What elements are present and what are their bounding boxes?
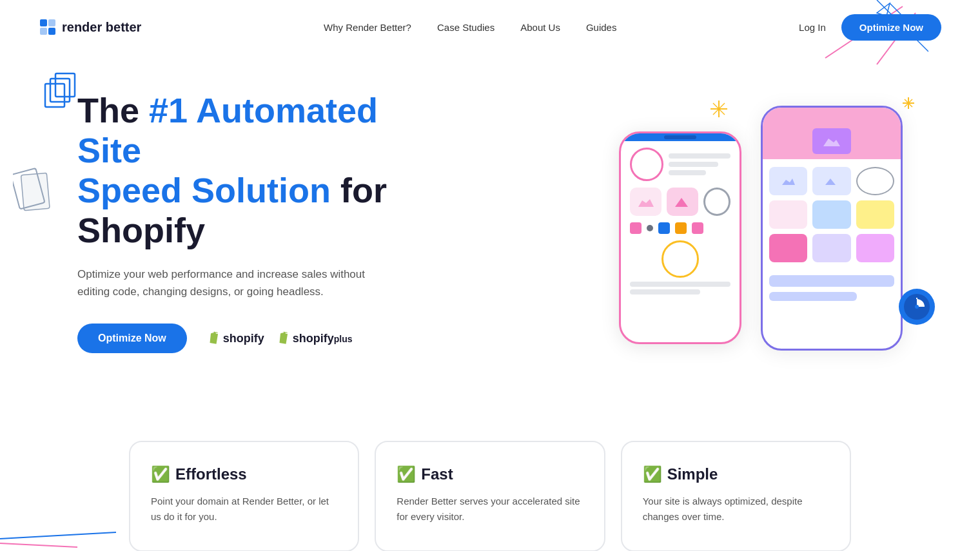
- nav-why[interactable]: Why Render Better?: [324, 22, 411, 33]
- svg-rect-3: [48, 28, 55, 35]
- feature-card-effortless: ✅ Effortless Point your domain at Render…: [129, 441, 359, 551]
- feature-fast-icon: ✅: [397, 465, 416, 483]
- grid-cell-9: [856, 234, 894, 262]
- hero-illustration: [619, 93, 941, 351]
- features-grid: ✅ Effortless Point your domain at Render…: [52, 415, 928, 551]
- feature-simple-icon: ✅: [643, 465, 662, 483]
- feature-simple-desc: Your site is always optimized, despite c…: [643, 494, 829, 525]
- phone-front: [619, 131, 741, 344]
- logo[interactable]: render better: [39, 18, 141, 36]
- svg-line-22: [905, 99, 912, 107]
- nav-cta-button[interactable]: Optimize Now: [841, 14, 941, 41]
- pf-circle: [630, 148, 663, 181]
- hero-text: The #1 Automated SiteSpeed Solution forS…: [77, 90, 451, 354]
- feature-effortless-icon: ✅: [151, 465, 170, 483]
- grid-cell-6: [856, 200, 894, 229]
- grid-cell-8: [812, 234, 850, 262]
- phone-header-image: [812, 128, 851, 154]
- grid-cell-1: [769, 167, 807, 195]
- shopify-plus-logo: shopifyplus: [275, 329, 353, 347]
- hero-cta-button[interactable]: Optimize Now: [77, 324, 187, 353]
- phone-front-body: [621, 141, 740, 240]
- nav-case-studies[interactable]: Case Studies: [437, 22, 495, 33]
- grid-cell-2: [812, 167, 850, 195]
- features-section: ✅ Effortless Point your domain at Render…: [0, 402, 980, 551]
- timer-badge: [899, 289, 935, 325]
- pf-row-2: [630, 188, 730, 216]
- svg-rect-0: [40, 19, 47, 26]
- phone-front-header: [621, 133, 740, 141]
- pf-sm-sq4: [692, 222, 703, 234]
- pf-circle-sq: [703, 188, 730, 216]
- logo-icon: [39, 18, 57, 36]
- pf-bar-1: [630, 282, 730, 287]
- nav-links: Why Render Better? Case Studies About Us…: [324, 22, 616, 33]
- shopify-logo: shopify: [205, 329, 264, 347]
- grid-cell-5: [812, 200, 850, 229]
- feature-fast-desc: Render Better serves your accelerated si…: [397, 494, 583, 525]
- pf-big-circle: [662, 240, 699, 278]
- hero-title: The #1 Automated SiteSpeed Solution forS…: [77, 90, 451, 250]
- brand-name: render better: [62, 20, 141, 35]
- phone-back-body: [763, 159, 901, 270]
- pf-sm-sq1: [630, 222, 642, 234]
- login-link[interactable]: Log In: [799, 22, 826, 33]
- shopify-logos: shopify shopifyplus: [205, 329, 353, 347]
- pf-dot: [647, 225, 653, 231]
- svg-line-18: [713, 103, 725, 115]
- svg-line-21: [905, 99, 912, 107]
- phone-back: [761, 106, 903, 351]
- pf-bar-2: [630, 289, 700, 295]
- phone-speaker: [664, 135, 696, 139]
- phone-back-header: [763, 108, 901, 159]
- grid-cell-4: [769, 200, 807, 229]
- pf-pink2-sq: [667, 188, 698, 216]
- pf-line-3: [669, 170, 706, 175]
- nav-guides[interactable]: Guides: [586, 22, 617, 33]
- hero-section: The #1 Automated SiteSpeed Solution forS…: [0, 54, 980, 402]
- nav-right: Log In Optimize Now: [799, 14, 941, 41]
- grid-cell-3: [856, 167, 894, 195]
- svg-rect-27: [915, 295, 919, 298]
- svg-rect-2: [40, 28, 47, 35]
- hero-description: Optimize your web performance and increa…: [77, 266, 387, 300]
- mountain-icon: [822, 135, 841, 148]
- grid-cell-7: [769, 234, 807, 262]
- svg-line-17: [713, 103, 725, 115]
- feature-card-simple: ✅ Simple Your site is always optimized, …: [621, 441, 851, 551]
- pf-row-3: [630, 222, 730, 234]
- feature-effortless-title: ✅ Effortless: [151, 465, 337, 483]
- nav-about[interactable]: About Us: [520, 22, 560, 33]
- navbar: render better Why Render Better? Case St…: [0, 0, 980, 54]
- sparkle-1: [709, 99, 729, 121]
- timer-icon: [903, 293, 931, 321]
- svg-rect-1: [48, 19, 55, 26]
- pf-line-2: [669, 162, 718, 167]
- pf-pink-sq: [630, 188, 662, 216]
- sparkle-2: [901, 96, 916, 113]
- pf-line-1: [669, 153, 730, 159]
- pf-lines: [669, 153, 730, 175]
- footer-block-2: [769, 292, 857, 301]
- feature-effortless-desc: Point your domain at Render Better, or l…: [151, 494, 337, 525]
- pf-row-1: [630, 148, 730, 181]
- phone-front-footer: [621, 240, 740, 301]
- feature-fast-title: ✅ Fast: [397, 465, 583, 483]
- footer-block-1: [769, 275, 894, 287]
- pf-sm-sq2: [658, 222, 670, 234]
- phone-back-footer: [763, 270, 901, 306]
- svg-point-26: [915, 305, 919, 309]
- hero-actions: Optimize Now shopify shopifyplus: [77, 324, 451, 353]
- feature-card-fast: ✅ Fast Render Better serves your acceler…: [375, 441, 605, 551]
- feature-simple-title: ✅ Simple: [643, 465, 829, 483]
- pf-sm-sq3: [675, 222, 687, 234]
